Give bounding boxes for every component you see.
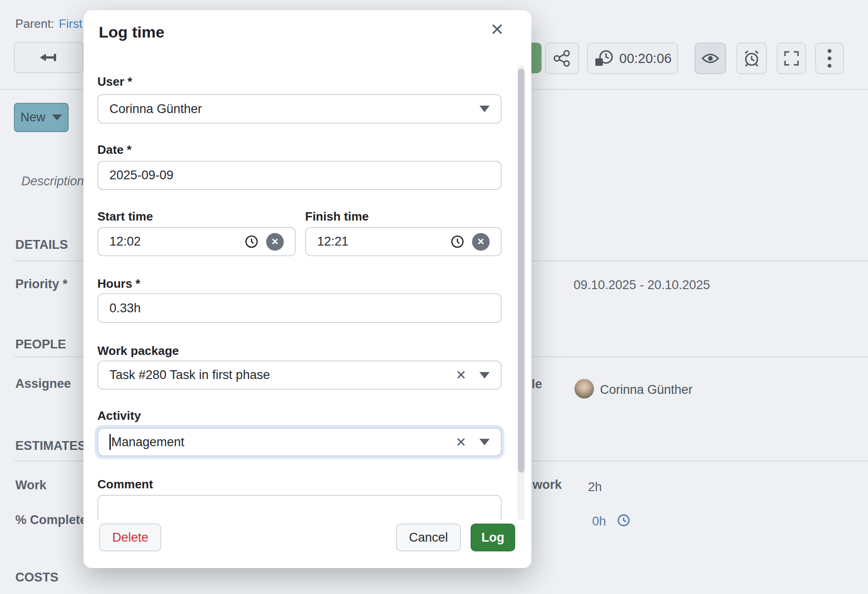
eye-icon	[701, 51, 720, 65]
activity-value: Management	[111, 435, 456, 449]
chevron-down-icon[interactable]	[479, 439, 490, 445]
kebab-icon	[828, 47, 831, 70]
clear-selection-icon[interactable]: ✕	[456, 367, 466, 383]
clear-time-icon[interactable]: ✕	[472, 233, 490, 251]
timer-button[interactable]: 00:20:06	[587, 43, 678, 74]
log-time-dialog: Log time ✕ User * Corinna Günther Date *…	[83, 10, 531, 568]
chevron-down-icon	[52, 114, 62, 120]
chevron-down-icon[interactable]	[479, 106, 490, 112]
finish-time-value: 12:21	[317, 234, 445, 249]
section-costs: COSTS	[15, 570, 58, 585]
timer-value: 00:20:06	[619, 51, 672, 66]
text-cursor	[109, 434, 111, 450]
clear-time-icon[interactable]: ✕	[266, 233, 284, 251]
hours-label: Hours *	[97, 277, 140, 291]
work-label: Work	[15, 478, 46, 493]
date-label: Date *	[97, 143, 132, 157]
work-package-select[interactable]: Task #280 Task in first phase ✕	[97, 360, 502, 390]
description-placeholder[interactable]: Description	[21, 174, 84, 189]
dialog-scrollbar-track[interactable]	[517, 65, 525, 524]
start-time-value: 12:02	[109, 234, 239, 249]
back-arrow-icon	[38, 51, 59, 64]
date-input-value: 2025-09-09	[109, 168, 490, 183]
dialog-title: Log time	[99, 23, 165, 41]
alarm-clock-icon	[742, 49, 761, 68]
comment-label: Comment	[97, 477, 153, 492]
expand-icon	[783, 50, 800, 67]
reminder-button[interactable]	[736, 43, 767, 74]
finish-time-input[interactable]: 12:21 ✕	[305, 227, 502, 256]
breadcrumb: Parent:First p	[15, 17, 92, 31]
clock-icon[interactable]	[244, 234, 259, 249]
priority-label: Priority *	[15, 277, 68, 291]
new-button-label: New	[20, 110, 45, 125]
clock-icon[interactable]	[450, 234, 465, 249]
dialog-footer: Delete Cancel Log	[83, 520, 531, 568]
date-range-value[interactable]: 09.10.2025 - 20.10.2025	[574, 278, 710, 292]
breadcrumb-label: Parent:	[15, 17, 54, 31]
share-icon	[553, 50, 571, 67]
dialog-scrollbar-thumb[interactable]	[518, 69, 524, 473]
start-time-input[interactable]: 12:02 ✕	[97, 227, 296, 256]
user-select-value: Corinna Günther	[109, 102, 479, 116]
percent-complete-label: % Complete	[15, 513, 87, 527]
fullscreen-button[interactable]	[777, 43, 806, 74]
app-root: Parent:First p 00:20:06	[0, 0, 868, 594]
more-menu-button[interactable]	[815, 43, 844, 74]
log-button[interactable]: Log	[471, 524, 515, 551]
cancel-button[interactable]: Cancel	[396, 524, 461, 551]
delete-button[interactable]: Delete	[99, 524, 161, 551]
accountable-value[interactable]: Corinna Günther	[600, 383, 693, 397]
close-icon[interactable]: ✕	[486, 19, 508, 41]
section-people: PEOPLE	[15, 337, 66, 352]
chevron-down-icon[interactable]	[479, 372, 490, 379]
spent-time-link[interactable]: 0h	[592, 514, 606, 529]
avatar	[574, 379, 594, 398]
hours-input[interactable]: 0.33h	[97, 293, 502, 323]
date-input[interactable]: 2025-09-09	[97, 161, 502, 190]
stop-timer-icon	[594, 49, 614, 68]
share-button[interactable]	[545, 43, 579, 74]
back-button[interactable]	[14, 42, 83, 73]
hours-value: 0.33h	[109, 301, 490, 316]
activity-select[interactable]: Management ✕	[97, 428, 502, 456]
spent-time-clock-icon[interactable]	[617, 513, 631, 527]
user-select[interactable]: Corinna Günther	[97, 94, 502, 124]
watch-button[interactable]	[695, 43, 726, 74]
remaining-work-value[interactable]: 2h	[588, 480, 602, 494]
work-package-value: Task #280 Task in first phase	[109, 368, 456, 382]
start-time-label: Start time	[97, 209, 153, 224]
section-details: DETAILS	[15, 238, 68, 252]
assignee-label: Assignee	[15, 377, 71, 391]
clear-selection-icon[interactable]: ✕	[456, 435, 466, 450]
user-label: User *	[97, 75, 132, 89]
work-package-label: Work package	[97, 344, 179, 358]
activity-label: Activity	[97, 409, 141, 423]
new-dropdown-button[interactable]: New	[14, 103, 69, 132]
finish-time-label: Finish time	[305, 209, 369, 224]
